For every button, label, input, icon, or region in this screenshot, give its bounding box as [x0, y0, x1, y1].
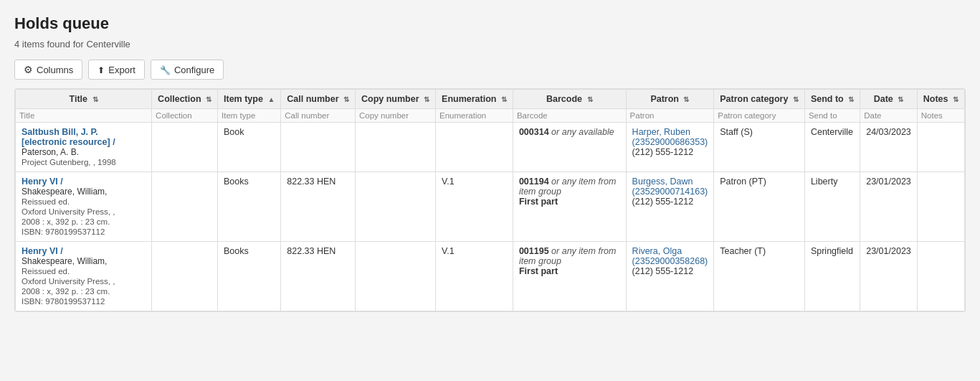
cell-title-0: Saltbush Bill, J. P. [electronic resourc… — [16, 123, 152, 172]
sort-arrow-call-number: ⇅ — [343, 95, 349, 103]
cell-item-type-0: Book — [218, 123, 281, 172]
cell-notes-2 — [917, 242, 964, 311]
cell-collection-2 — [152, 242, 218, 311]
cell-notes-1 — [917, 172, 964, 242]
cell-date-2: 23/01/2023 — [860, 242, 918, 311]
col-header-item-type[interactable]: Item type ▲ — [218, 90, 281, 109]
title-link-0[interactable]: Saltbush Bill, J. P. [electronic resourc… — [22, 127, 115, 147]
cell-patron-category-2: Teacher (T) — [714, 242, 805, 311]
filter-copy-number: Copy number — [356, 109, 436, 123]
cell-patron-category-1: Patron (PT) — [714, 172, 805, 242]
cell-send-to-1: Liberty — [804, 172, 860, 242]
table-header-row: Title ⇅ Collection ⇅ Item type ▲ Call nu… — [16, 90, 965, 109]
barcode-num-1: 001194 — [519, 177, 551, 187]
col-header-call-number[interactable]: Call number ⇅ — [281, 90, 356, 109]
title-meta-2: Reissued ed.Oxford University Press, ,20… — [22, 267, 115, 306]
title-link-2[interactable]: Henry VI / — [22, 246, 63, 256]
patron-id-1: (23529000714163) — [632, 187, 708, 197]
sort-arrow-send-to: ⇅ — [848, 95, 854, 103]
cell-call-number-2: 822.33 HEN — [281, 242, 356, 311]
export-icon — [97, 65, 105, 75]
cell-item-type-1: Books — [218, 172, 281, 242]
table-row: Saltbush Bill, J. P. [electronic resourc… — [16, 123, 965, 172]
title-author-1: Shakespeare, William, — [22, 187, 107, 197]
filter-send-to: Send to — [804, 109, 860, 123]
cell-title-2: Henry VI /Shakespeare, William,Reissued … — [16, 242, 152, 311]
patron-phone-0: (212) 555-1212 — [632, 147, 693, 157]
cell-send-to-0: Centerville — [804, 123, 860, 172]
sort-arrow-patron-category: ⇅ — [793, 95, 799, 103]
sort-arrow-notes: ⇅ — [953, 95, 958, 103]
table-row: Henry VI /Shakespeare, William,Reissued … — [16, 242, 965, 311]
table-filter-row: Title Collection Item type Call number C… — [16, 109, 965, 123]
cell-enumeration-2: V.1 — [436, 242, 513, 311]
cell-patron-2: Rivera, Olga(23529000358268)(212) 555-12… — [626, 242, 714, 311]
cell-patron-0: Harper, Ruben(23529000686353)(212) 555-1… — [626, 123, 714, 172]
filter-enumeration: Enumeration — [436, 109, 513, 123]
title-meta-0: Project Gutenberg, , 1998 — [22, 158, 116, 166]
filter-date: Date — [860, 109, 918, 123]
cell-enumeration-0 — [436, 123, 513, 172]
title-author-2: Shakespeare, William, — [22, 256, 107, 266]
col-header-patron-category[interactable]: Patron category ⇅ — [714, 90, 805, 109]
col-header-title[interactable]: Title ⇅ — [16, 90, 152, 109]
page-title: Holds queue — [14, 14, 966, 33]
export-label: Export — [108, 65, 135, 75]
col-header-enumeration[interactable]: Enumeration ⇅ — [436, 90, 513, 109]
patron-id-0: (23529000686353) — [632, 137, 708, 147]
filter-barcode: Barcode — [513, 109, 626, 123]
sort-arrow-title: ⇅ — [92, 95, 98, 103]
cell-send-to-2: Springfield — [804, 242, 860, 311]
cell-collection-0 — [152, 123, 218, 172]
col-header-patron[interactable]: Patron ⇅ — [626, 90, 714, 109]
patron-link-2[interactable]: Rivera, Olga — [632, 246, 682, 256]
filter-patron: Patron — [626, 109, 714, 123]
barcode-bold-extra-1: First part — [519, 197, 558, 207]
filter-collection: Collection — [152, 109, 218, 123]
cell-patron-category-0: Staff (S) — [714, 123, 805, 172]
table-row: Henry VI /Shakespeare, William,Reissued … — [16, 172, 965, 242]
col-header-date[interactable]: Date ⇅ — [860, 90, 918, 109]
columns-label: Columns — [37, 65, 73, 75]
barcode-extra-0: or any available — [551, 127, 614, 137]
barcode-num-0: 000314 — [519, 127, 551, 137]
col-header-barcode[interactable]: Barcode ⇅ — [513, 90, 626, 109]
patron-id-2: (23529000358268) — [632, 256, 708, 266]
patron-phone-2: (212) 555-1212 — [632, 266, 693, 276]
title-author-0: Paterson, A. B. — [22, 147, 79, 157]
col-header-notes[interactable]: Notes ⇅ — [917, 90, 964, 109]
filter-title: Title — [16, 109, 152, 123]
cell-copy-number-2 — [356, 242, 436, 311]
patron-link-1[interactable]: Burgess, Dawn — [632, 177, 693, 187]
cell-call-number-0 — [281, 123, 356, 172]
export-button[interactable]: Export — [88, 60, 145, 80]
sort-arrow-enumeration: ⇅ — [501, 95, 507, 103]
cell-copy-number-0 — [356, 123, 436, 172]
cell-date-0: 24/03/2023 — [860, 123, 918, 172]
filter-item-type: Item type — [218, 109, 281, 123]
filter-call-number: Call number — [281, 109, 356, 123]
cell-date-1: 23/01/2023 — [860, 172, 918, 242]
col-header-send-to[interactable]: Send to ⇅ — [804, 90, 860, 109]
title-link-1[interactable]: Henry VI / — [22, 177, 63, 187]
holds-queue-table: Title ⇅ Collection ⇅ Item type ▲ Call nu… — [14, 88, 966, 312]
toolbar: Columns Export Configure — [14, 60, 966, 80]
col-header-collection[interactable]: Collection ⇅ — [152, 90, 218, 109]
configure-button[interactable]: Configure — [151, 60, 224, 80]
filter-notes: Notes — [917, 109, 964, 123]
sort-arrow-collection: ⇅ — [206, 95, 211, 103]
cell-patron-1: Burgess, Dawn(23529000714163)(212) 555-1… — [626, 172, 714, 242]
patron-link-0[interactable]: Harper, Ruben — [632, 127, 690, 137]
cell-title-1: Henry VI /Shakespeare, William,Reissued … — [16, 172, 152, 242]
cell-call-number-1: 822.33 HEN — [281, 172, 356, 242]
sort-arrow-item-type: ▲ — [267, 95, 275, 103]
cell-enumeration-1: V.1 — [436, 172, 513, 242]
barcode-bold-extra-2: First part — [519, 266, 558, 276]
col-header-copy-number[interactable]: Copy number ⇅ — [356, 90, 436, 109]
columns-button[interactable]: Columns — [14, 60, 82, 80]
sort-arrow-date: ⇅ — [898, 95, 903, 103]
cell-item-type-2: Books — [218, 242, 281, 311]
cell-barcode-1: 001194 or any item from item groupFirst … — [513, 172, 626, 242]
barcode-num-2: 001195 — [519, 246, 551, 256]
sort-arrow-barcode: ⇅ — [587, 95, 593, 103]
